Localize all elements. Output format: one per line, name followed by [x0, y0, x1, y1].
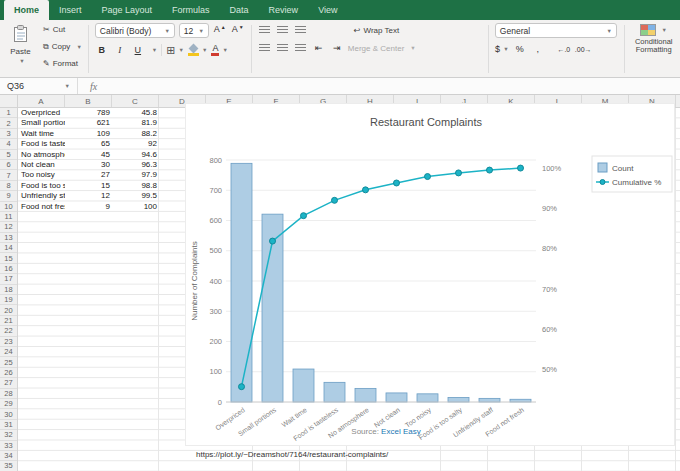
row-header-34[interactable]: 34 — [0, 451, 17, 461]
row-header-11[interactable]: 11 — [0, 212, 17, 222]
row-header-32[interactable]: 32 — [0, 430, 17, 440]
cell-B8[interactable]: 15 — [66, 181, 112, 191]
cell-A1[interactable]: Overpriced — [19, 108, 65, 118]
row-header-21[interactable]: 21 — [0, 316, 17, 326]
cell-B6[interactable]: 30 — [66, 160, 112, 170]
row-header-16[interactable]: 16 — [0, 264, 17, 274]
cell-A10[interactable]: Food not fresh — [19, 202, 65, 212]
row-header-9[interactable]: 9 — [0, 191, 17, 201]
line-point-Food is too salty[interactable] — [456, 170, 462, 176]
cell-C10[interactable]: 100 — [113, 202, 159, 212]
formula-input[interactable] — [97, 78, 680, 94]
pareto-chart[interactable]: Restaurant Complaints0100200300400500600… — [185, 103, 675, 446]
number-format-dropdown[interactable]: General ▼ — [495, 23, 617, 38]
align-bottom-button[interactable] — [294, 23, 308, 37]
decrease-decimal-button[interactable]: .00→ — [575, 42, 592, 56]
bar-Wait time[interactable] — [293, 369, 314, 402]
font-color-button[interactable]: A ▼ — [211, 43, 227, 57]
borders-button[interactable]: ⊞ ▼ — [166, 43, 184, 57]
name-box[interactable]: Q36 ▼ — [0, 78, 78, 94]
column-header-B[interactable]: B — [65, 95, 112, 107]
row-header-3[interactable]: 3 — [0, 129, 17, 139]
underline-button[interactable]: U — [131, 43, 145, 57]
cut-button[interactable]: ✂ Cut — [43, 23, 82, 36]
legend-bar-swatch[interactable] — [598, 163, 607, 172]
bar-Not clean[interactable] — [386, 393, 407, 402]
row-header-2[interactable]: 2 — [0, 118, 17, 128]
cell-C9[interactable]: 99.5 — [113, 191, 159, 201]
row-header-14[interactable]: 14 — [0, 243, 17, 253]
comma-style-button[interactable]: , — [531, 42, 545, 56]
cell-A2[interactable]: Small portions — [19, 118, 65, 128]
row-header-1[interactable]: 1 — [0, 108, 17, 118]
cell-C8[interactable]: 98.8 — [113, 181, 159, 191]
currency-button[interactable]: $ ▼ — [495, 42, 509, 56]
line-point-Overpriced[interactable] — [239, 384, 245, 390]
row-header-33[interactable]: 33 — [0, 441, 17, 451]
line-point-Wait time[interactable] — [301, 213, 307, 219]
row-header-4[interactable]: 4 — [0, 139, 17, 149]
line-point-Food not fresh[interactable] — [518, 165, 524, 171]
align-middle-button[interactable] — [276, 23, 290, 37]
line-point-Food is tasteless[interactable] — [332, 197, 338, 203]
row-header-17[interactable]: 17 — [0, 274, 17, 284]
italic-button[interactable]: I — [113, 43, 127, 57]
increase-indent-button[interactable]: ⇥ — [330, 41, 344, 55]
bar-No atmosphere[interactable] — [355, 388, 376, 402]
align-right-button[interactable] — [294, 41, 308, 55]
format-painter-button[interactable]: ✎ Format — [43, 57, 82, 70]
copy-button[interactable]: ⧉ Copy ▼ — [43, 40, 82, 53]
cell-C6[interactable]: 96.3 — [113, 160, 159, 170]
bar-Food is too salty[interactable] — [448, 397, 469, 402]
row-header-26[interactable]: 26 — [0, 368, 17, 378]
line-point-Unfriendly staff[interactable] — [487, 167, 493, 173]
cell-B2[interactable]: 621 — [66, 118, 112, 128]
line-point-Too noisy[interactable] — [425, 174, 431, 180]
row-header-35[interactable]: 35 — [0, 461, 17, 471]
row-header-10[interactable]: 10 — [0, 202, 17, 212]
cell-C3[interactable]: 88.2 — [113, 129, 159, 139]
row-header-5[interactable]: 5 — [0, 150, 17, 160]
ribbon-tab-page-layout[interactable]: Page Layout — [92, 0, 163, 20]
line-point-Small portions[interactable] — [270, 238, 276, 244]
cell-A3[interactable]: Wait time — [19, 129, 65, 139]
cell-B1[interactable]: 789 — [66, 108, 112, 118]
conditional-formatting-button[interactable]: ▼ Conditional Formatting — [631, 23, 676, 75]
cell-C4[interactable]: 92 — [113, 139, 159, 149]
row-header-8[interactable]: 8 — [0, 181, 17, 191]
source-url-cell[interactable]: https://plot.ly/~Dreamshot/7164/restaura… — [196, 450, 388, 459]
ribbon-tab-view[interactable]: View — [308, 0, 347, 20]
row-header-6[interactable]: 6 — [0, 160, 17, 170]
cell-A5[interactable]: No atmosphere — [19, 150, 65, 160]
cell-A8[interactable]: Food is too salty — [19, 181, 65, 191]
cell-B4[interactable]: 65 — [66, 139, 112, 149]
cell-A9[interactable]: Unfriendly staff — [19, 191, 65, 201]
bar-Unfriendly staff[interactable] — [479, 398, 500, 402]
increase-font-size-button[interactable]: A▲ — [213, 24, 227, 38]
font-size-dropdown[interactable]: 12 ▼ — [179, 23, 209, 38]
row-header-25[interactable]: 25 — [0, 357, 17, 367]
wrap-text-button[interactable]: ↩ Wrap Text — [354, 24, 399, 37]
row-header-18[interactable]: 18 — [0, 285, 17, 295]
row-header-27[interactable]: 27 — [0, 378, 17, 388]
cell-C1[interactable]: 45.8 — [113, 108, 159, 118]
decrease-indent-button[interactable]: ⇤ — [312, 41, 326, 55]
row-header-7[interactable]: 7 — [0, 170, 17, 180]
paste-button[interactable]: Paste ▼ — [4, 23, 37, 75]
row-header-12[interactable]: 12 — [0, 222, 17, 232]
ribbon-tab-formulas[interactable]: Formulas — [162, 0, 220, 20]
select-all-corner[interactable] — [0, 95, 18, 108]
cell-A7[interactable]: Too noisy — [19, 170, 65, 180]
cell-A6[interactable]: Not clean — [19, 160, 65, 170]
line-point-Not clean[interactable] — [394, 180, 400, 186]
row-header-19[interactable]: 19 — [0, 295, 17, 305]
cell-B9[interactable]: 12 — [66, 191, 112, 201]
ribbon-tab-data[interactable]: Data — [220, 0, 259, 20]
bold-button[interactable]: B — [95, 43, 109, 57]
cell-B3[interactable]: 109 — [66, 129, 112, 139]
font-name-dropdown[interactable]: Calibri (Body) ▼ — [95, 23, 175, 38]
row-header-28[interactable]: 28 — [0, 389, 17, 399]
ribbon-tab-insert[interactable]: Insert — [49, 0, 92, 20]
row-header-29[interactable]: 29 — [0, 399, 17, 409]
ribbon-tab-review[interactable]: Review — [259, 0, 309, 20]
